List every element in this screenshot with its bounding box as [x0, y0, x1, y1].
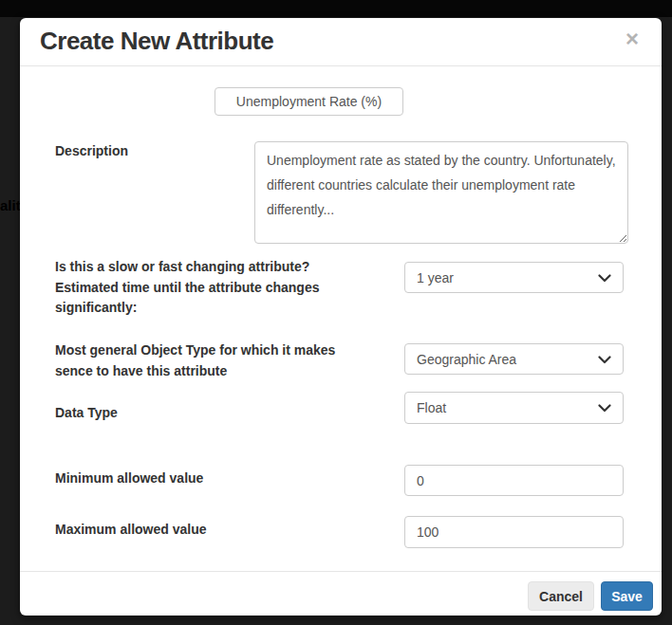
background-navbar-strip: [0, 0, 672, 17]
save-button[interactable]: Save: [601, 581, 653, 611]
object-type-label: Most general Object Type for which it ma…: [55, 340, 335, 381]
modal-title: Create New Attribute: [40, 27, 273, 56]
close-icon[interactable]: ×: [625, 28, 639, 50]
chevron-down-icon: [598, 274, 611, 283]
create-attribute-modal: Create New Attribute × Description Unemp…: [20, 18, 662, 616]
chevron-down-icon: [598, 356, 611, 364]
change-speed-label: Is this a slow or fast changing attribut…: [55, 257, 320, 319]
dimmed-background-overlay: ality Create New Attribute × Description…: [0, 0, 672, 625]
change-speed-select-value: 1 year: [417, 270, 454, 285]
description-textarea[interactable]: Unemployment rate as stated by the count…: [254, 141, 628, 244]
data-type-select[interactable]: Float: [404, 392, 624, 424]
attribute-name-input[interactable]: [215, 87, 403, 116]
data-type-label: Data Type: [55, 403, 118, 424]
object-type-select[interactable]: Geographic Area: [404, 343, 624, 375]
min-value-label: Minimum allowed value: [55, 469, 203, 489]
min-value-input[interactable]: [404, 465, 624, 496]
max-value-input[interactable]: [404, 516, 624, 548]
data-type-select-value: Float: [417, 400, 446, 415]
object-type-select-value: Geographic Area: [417, 352, 516, 367]
change-speed-select[interactable]: 1 year: [404, 262, 624, 293]
modal-footer: Cancel Save: [20, 571, 662, 616]
description-label: Description: [55, 141, 128, 162]
max-value-label: Maximum allowed value: [55, 520, 207, 541]
chevron-down-icon: [598, 404, 611, 413]
modal-header: Create New Attribute ×: [20, 18, 662, 66]
cancel-button[interactable]: Cancel: [528, 581, 594, 611]
